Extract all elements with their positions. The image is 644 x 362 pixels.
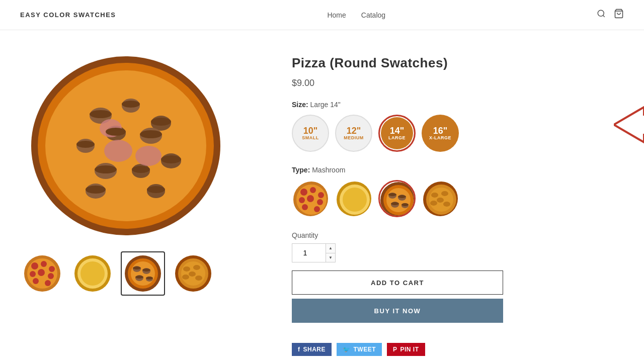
svg-point-0: [598, 10, 604, 16]
size-swatch-10[interactable]: 10" SMALL: [292, 115, 329, 152]
add-to-cart-button[interactable]: ADD TO CART: [292, 270, 503, 295]
svg-point-67: [310, 187, 316, 193]
svg-point-59: [193, 265, 200, 270]
search-icon[interactable]: [597, 9, 606, 21]
share-facebook-button[interactable]: f SHARE: [292, 343, 332, 356]
buy-it-now-button[interactable]: BUY IT NOW: [292, 299, 503, 323]
type-swatch-pepperoni[interactable]: [292, 180, 329, 217]
facebook-icon: f: [298, 346, 300, 353]
type-swatches: [292, 180, 624, 217]
main-content: Pizza (Round Swatches) $9.00 Size: Large…: [0, 50, 644, 356]
svg-point-58: [183, 266, 190, 272]
svg-point-25: [140, 130, 162, 138]
svg-point-71: [317, 199, 323, 205]
type-option-label: Type: Mashroom: [292, 166, 624, 174]
svg-point-50: [142, 268, 150, 272]
pinterest-icon: P: [393, 346, 397, 353]
svg-point-33: [31, 262, 38, 269]
svg-point-38: [48, 273, 54, 279]
quantity-label: Quantity: [292, 231, 624, 239]
product-price: $9.00: [292, 78, 624, 88]
type-swatch-mushroom[interactable]: [378, 180, 416, 217]
svg-point-24: [106, 128, 126, 136]
type-swatch-veggie[interactable]: [422, 180, 459, 217]
svg-point-36: [30, 271, 36, 277]
type-swatch-cheese[interactable]: [335, 180, 372, 217]
product-images: [20, 50, 262, 356]
thumbnail-cheese[interactable]: [70, 251, 115, 296]
quantity-spinners: ▲ ▼: [326, 243, 336, 262]
nav-catalog[interactable]: Catalog: [361, 11, 385, 19]
svg-marker-63: [614, 107, 644, 142]
svg-point-81: [388, 193, 396, 196]
svg-point-61: [195, 276, 202, 281]
svg-point-37: [38, 269, 45, 276]
nav-home[interactable]: Home: [327, 11, 346, 19]
size-option-label: Size: Large 14": [292, 101, 624, 109]
thumbnail-veggie[interactable]: [171, 251, 215, 296]
svg-point-22: [151, 118, 171, 126]
svg-point-93: [430, 201, 437, 206]
svg-point-62: [189, 272, 196, 277]
svg-point-20: [90, 110, 112, 118]
svg-point-40: [45, 280, 51, 286]
share-pinterest-button[interactable]: P PIN IT: [387, 343, 425, 356]
svg-point-18: [135, 146, 162, 166]
share-twitter-button[interactable]: 🐦 TWEET: [337, 343, 382, 356]
arrow-annotation: [614, 105, 644, 145]
svg-point-91: [431, 193, 438, 198]
quantity-up-button[interactable]: ▲: [326, 244, 335, 253]
thumbnail-mushroom[interactable]: [121, 251, 165, 296]
svg-point-85: [391, 202, 399, 205]
svg-point-46: [131, 261, 155, 286]
header: EASY COLOR SWATCHES Home Catalog: [0, 0, 644, 30]
thumbnail-list: [20, 251, 262, 296]
quantity-field[interactable]: [296, 244, 321, 262]
size-swatch-14[interactable]: 14" LARGE: [378, 115, 416, 152]
svg-point-43: [80, 261, 105, 286]
size-swatches-container: 10" SMALL 12" MEDIUM 14" LARGE 16" X-LAR…: [292, 115, 624, 152]
svg-point-87: [401, 203, 409, 206]
svg-point-29: [86, 186, 106, 194]
quantity-input-wrap: [292, 243, 326, 262]
svg-point-92: [441, 191, 448, 196]
svg-point-68: [318, 192, 324, 198]
svg-point-66: [300, 189, 307, 196]
svg-point-28: [132, 166, 150, 173]
twitter-icon: 🐦: [343, 346, 351, 353]
svg-point-48: [133, 266, 141, 269]
svg-point-69: [299, 197, 305, 203]
svg-point-72: [302, 204, 308, 210]
thumbnail-pepperoni[interactable]: [20, 251, 64, 296]
svg-point-95: [437, 198, 444, 203]
size-swatch-16[interactable]: 16" X-LARGE: [422, 115, 459, 152]
product-details: Pizza (Round Swatches) $9.00 Size: Large…: [292, 50, 624, 356]
svg-point-39: [33, 278, 39, 284]
svg-point-26: [161, 155, 181, 163]
size-swatches: 10" SMALL 12" MEDIUM 14" LARGE 16" X-LAR…: [292, 115, 624, 152]
svg-point-27: [95, 165, 117, 173]
svg-point-30: [147, 186, 165, 193]
svg-point-83: [398, 195, 406, 198]
main-nav: Home Catalog: [327, 11, 385, 19]
svg-point-34: [41, 261, 47, 267]
svg-point-52: [135, 276, 143, 279]
quantity-control: ▲ ▼: [292, 243, 624, 262]
svg-point-76: [343, 188, 367, 212]
cart-icon[interactable]: [614, 9, 624, 21]
svg-point-70: [307, 195, 314, 202]
quantity-section: Quantity ▲ ▼: [292, 231, 624, 262]
svg-point-79: [386, 188, 411, 212]
pizza-main-svg: [30, 55, 221, 236]
size-swatch-12[interactable]: 12" MEDIUM: [335, 115, 372, 152]
svg-point-60: [182, 275, 189, 280]
svg-point-35: [49, 266, 55, 272]
quantity-down-button[interactable]: ▼: [326, 253, 335, 262]
svg-point-94: [443, 202, 450, 207]
svg-line-1: [603, 15, 604, 17]
svg-point-17: [104, 140, 132, 162]
main-product-image: [20, 50, 231, 241]
svg-point-21: [122, 101, 140, 108]
site-logo: EASY COLOR SWATCHES: [20, 11, 116, 19]
header-icons: [597, 9, 624, 21]
